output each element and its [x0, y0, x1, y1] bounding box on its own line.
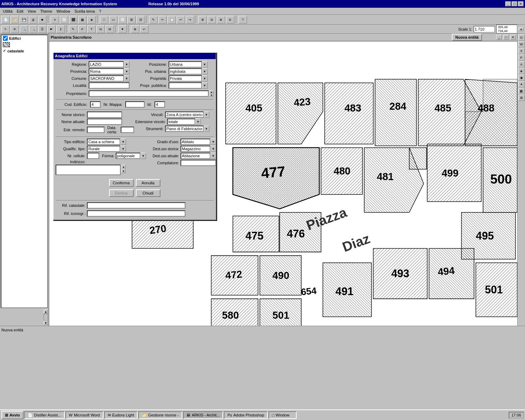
proprietario-input[interactable]	[89, 90, 209, 97]
tb-save[interactable]: 💾	[20, 16, 28, 24]
maximize-button[interactable]: □	[512, 1, 517, 6]
office-btn-5[interactable]: A	[518, 61, 525, 68]
taskbar-photoshop[interactable]: Ps Adobe Photoshop	[224, 411, 267, 419]
tb2-btn6[interactable]: ☛	[47, 25, 56, 33]
compilatore-input[interactable]	[181, 160, 216, 166]
map-canvas[interactable]: 469 395 405 423 483 284 48	[49, 42, 517, 326]
propr-pubblica-dropdown-btn[interactable]: ▼	[202, 82, 208, 89]
tb2-btn7[interactable]: ℹ	[56, 25, 65, 33]
menu-edit[interactable]: Edit	[15, 8, 26, 14]
ind-scroll-down[interactable]: ▼	[121, 169, 126, 173]
tb2-btn11[interactable]: N	[96, 25, 105, 33]
tb-btn12[interactable]: ▭	[109, 16, 118, 24]
tb-new[interactable]: 📄	[1, 16, 10, 24]
menu-theme[interactable]: Theme	[38, 8, 54, 14]
scale-input[interactable]	[474, 26, 495, 32]
taskbar-window[interactable]: □ Window	[268, 411, 297, 419]
tb-btn13[interactable]: ⬜	[118, 16, 127, 24]
nr-cellule-input[interactable]	[87, 153, 99, 159]
data-certa-input[interactable]	[121, 127, 134, 133]
tb2-btn13[interactable]: ⊕	[131, 25, 139, 33]
taskbar-arkis[interactable]: 🏛 ARKIS - Archit...	[183, 411, 223, 419]
office-btn-9[interactable]: ▦	[518, 88, 525, 94]
qualific-tipo-dropdown-btn[interactable]: ▼	[120, 146, 126, 152]
office-btn-4[interactable]: P	[518, 55, 525, 61]
tb-btn17[interactable]: ✂	[158, 16, 167, 24]
pos-urbana-input[interactable]	[169, 68, 202, 75]
layer-scroll-up[interactable]: ▲	[44, 310, 48, 314]
tb-btn21[interactable]: ⊕	[198, 16, 207, 24]
conferma-button[interactable]: Conferma	[109, 179, 134, 187]
tb-btn9[interactable]: ▦	[78, 16, 87, 24]
map-minimize[interactable]: _	[496, 35, 502, 40]
provincia-input[interactable]	[89, 68, 124, 75]
proprieta-input[interactable]	[169, 75, 202, 82]
qualific-tipo-input[interactable]	[87, 146, 120, 152]
menu-scelta-tema[interactable]: Scelta tema	[72, 8, 97, 14]
menu-view[interactable]: View	[25, 8, 38, 14]
tb2-btn4[interactable]: 🔍	[29, 25, 37, 33]
taskbar-distiller[interactable]: 📄 Distiller Assist...	[24, 411, 65, 419]
tb-btn10[interactable]: ◈	[87, 16, 96, 24]
chiudi-button[interactable]: Chiudi	[136, 189, 160, 197]
forma-dropdown-btn[interactable]: ▼	[140, 153, 146, 159]
rif-iconogr-input[interactable]	[87, 210, 185, 217]
prop-scroll-down[interactable]: ▼	[209, 94, 214, 97]
taskbar-word[interactable]: W Microsoft Word	[65, 411, 103, 419]
office-btn-1[interactable]: O	[518, 34, 525, 41]
layer-edifici[interactable]: Edifici	[1, 35, 47, 42]
office-btn-6[interactable]: ◈	[518, 68, 525, 74]
tb2-btn14[interactable]: ↩	[140, 25, 148, 33]
tb-btn22[interactable]: ⊖	[208, 16, 216, 24]
edifici-checkbox[interactable]	[3, 36, 8, 41]
annulla-button[interactable]: Annulla	[136, 179, 160, 187]
tb-btn20[interactable]: ↪	[186, 16, 194, 24]
tipo-edificio-input[interactable]	[87, 139, 120, 145]
posizione-dropdown-btn[interactable]: ▼	[202, 61, 208, 68]
comune-dropdown-btn[interactable]: ▼	[124, 75, 129, 82]
tb-btn8[interactable]: ⬛	[69, 16, 77, 24]
taskbar-eudora[interactable]: ✉ Eudora Light	[104, 411, 138, 419]
tb2-btn10[interactable]: T	[87, 25, 96, 33]
grado-uso-input[interactable]	[181, 139, 210, 145]
tb-btn11[interactable]: □	[100, 16, 108, 24]
office-btn-10[interactable]: ⊞	[518, 95, 525, 101]
tb2-btn8[interactable]: ✎	[69, 25, 77, 33]
provincia-dropdown-btn[interactable]: ▼	[124, 68, 129, 75]
dest-storica-input[interactable]	[181, 146, 210, 152]
tb-btn16[interactable]: ✎	[149, 16, 158, 24]
menu-window[interactable]: Window	[54, 8, 72, 14]
regione-dropdown-btn[interactable]: ▼	[124, 61, 129, 68]
tb-open[interactable]: 📂	[11, 16, 19, 24]
tb-btn15[interactable]: ⊟	[137, 16, 145, 24]
vincoli-dropdown-btn[interactable]: ▼	[204, 112, 209, 118]
tb-btn6[interactable]: ≡	[51, 16, 59, 24]
tb2-btn12[interactable]: M	[106, 25, 114, 33]
tb-btn7[interactable]: ⬜	[60, 16, 68, 24]
menu-utilita[interactable]: Utilità	[1, 8, 15, 14]
elimina-button[interactable]: Elimina	[109, 189, 134, 197]
tb2-dropdown[interactable]: ▼	[118, 25, 127, 33]
nome-storico-input[interactable]	[87, 112, 122, 118]
estr-remoto-input[interactable]	[87, 127, 105, 133]
est-vincolo-input[interactable]	[167, 119, 195, 125]
propr-pubblica-input[interactable]	[169, 82, 202, 89]
close-button[interactable]: ✕	[518, 1, 524, 6]
tb2-btn2[interactable]: ✛	[11, 25, 19, 33]
tb-btn23[interactable]: ⊗	[217, 16, 225, 24]
comune-input[interactable]	[89, 75, 124, 82]
tb-btn25[interactable]: ?	[239, 16, 247, 24]
nome-attuale-input[interactable]	[87, 119, 122, 125]
layer-scroll-down[interactable]: ▼	[44, 321, 48, 325]
tb-btn14[interactable]: ⊞	[127, 16, 136, 24]
dest-attuale-input[interactable]	[181, 153, 210, 159]
tipo-edificio-dropdown-btn[interactable]: ▼	[120, 139, 126, 145]
tb2-btn1[interactable]: ↖	[1, 25, 10, 33]
dest-storica-dropdown-btn[interactable]: ▼	[210, 146, 216, 152]
office-btn-3[interactable]: X	[518, 48, 525, 54]
id-input[interactable]	[154, 101, 165, 108]
regione-input[interactable]	[89, 61, 124, 68]
strumenti-input[interactable]	[165, 126, 204, 132]
proprieta-dropdown-btn[interactable]: ▼	[202, 75, 208, 82]
map-maximize[interactable]: □	[503, 35, 509, 40]
